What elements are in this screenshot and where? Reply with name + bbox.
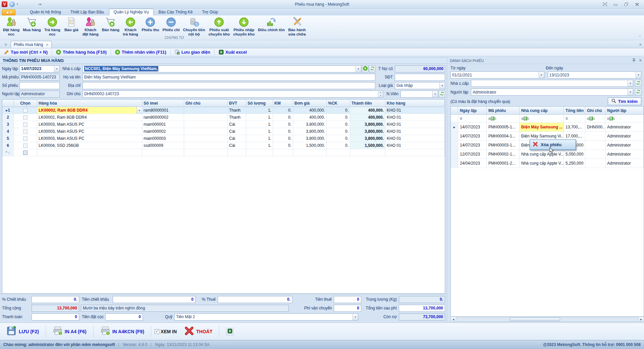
refresh-icon[interactable] [635, 80, 641, 87]
product-cell[interactable]: LK00004, SSD 256GB [39, 143, 79, 148]
row-checkbox[interactable] [23, 122, 28, 127]
warehouse-cell[interactable]: KHO 01 [385, 128, 445, 135]
dat-coc-input[interactable]: 0 [105, 313, 143, 321]
action-button[interactable]: Xuất excel [214, 49, 251, 55]
chevron-down-icon[interactable]: ▼ [353, 314, 358, 320]
voucher-row[interactable]: ▸ 14/07/2023 PMH00005-1... Điện Máy Sams… [451, 123, 644, 132]
warehouse-cell[interactable]: KHO 01 [385, 114, 445, 121]
menu-tab[interactable]: Thiết Lập Ban Đầu [66, 9, 108, 15]
row-checkbox[interactable] [23, 143, 28, 148]
voucher-total[interactable]: 5,050,000 [564, 150, 585, 159]
quy-select[interactable]: Tiền Mặt 2 ▼ [174, 313, 358, 321]
note-cell[interactable] [184, 128, 228, 135]
qty-cell[interactable]: 1. [246, 121, 273, 128]
total-cell[interactable]: 3,800,000. [350, 128, 385, 135]
pin-icon[interactable] [632, 58, 636, 63]
chevron-down-icon[interactable]: ▼ [628, 89, 633, 95]
note-cell[interactable] [184, 142, 228, 149]
ho-ten-input[interactable]: Điện Máy Samsung VietNam [83, 74, 375, 81]
product-cell[interactable]: LK00003, Main ASUS PC [39, 122, 84, 127]
qty-cell[interactable]: 1. [246, 142, 273, 149]
imei-cell[interactable]: main000001 [142, 121, 184, 128]
unit-cell[interactable]: Cái [228, 121, 246, 128]
voucher-date[interactable]: 24/04/2023 [458, 159, 487, 168]
voucher-user[interactable]: Administrator [605, 141, 644, 150]
col-tong-tien[interactable]: Tổng tiền [564, 107, 585, 115]
panel-close-icon[interactable]: ✕ [639, 58, 642, 63]
voucher-note[interactable] [585, 132, 605, 141]
context-menu-delete-item[interactable]: Xóa phiếu [541, 142, 561, 147]
col-ck[interactable]: %CK [327, 100, 350, 107]
km-cell[interactable]: 0. [273, 135, 293, 142]
col-km[interactable]: KM [273, 100, 293, 107]
filter-row[interactable]: = aBc aBc = aBc aBc [451, 115, 644, 123]
chevron-down-icon[interactable]: ▼ [439, 82, 445, 89]
total-cell[interactable]: 1,500,000. [350, 142, 385, 149]
ribbon-button[interactable]: Trả hàng ncc [43, 16, 62, 37]
restore-icon[interactable] [623, 2, 629, 7]
ck-cell[interactable]: 0. [327, 114, 350, 121]
table-row[interactable]: ▸1 LK00002, Ram 8GB DDR4▼ ram80000001 Th… [2, 107, 445, 114]
product-cell[interactable]: LK00003, Main ASUS PC [39, 136, 84, 141]
app-menu-button[interactable]: ▾ [2, 9, 15, 15]
panel-nha-ccap-input[interactable]: ▼ [471, 80, 633, 87]
voucher-date[interactable]: 14/07/2023 [458, 132, 487, 141]
voucher-user[interactable]: Administrator [605, 123, 644, 132]
voucher-date[interactable]: 12/07/2023 [458, 150, 487, 159]
nha-ccap-input[interactable]: NCC001, Điện Máy Samsung VietNam, ▼ [83, 65, 361, 72]
warehouse-cell[interactable]: KHO 01 [385, 121, 445, 128]
imei-cell[interactable]: ram80000002 [142, 114, 184, 121]
exit-button[interactable]: THOÁT [181, 325, 216, 338]
thue-input[interactable]: 0. [218, 296, 292, 303]
ck-cell[interactable]: 0. [327, 121, 350, 128]
voucher-supplier[interactable]: Nhà cung cấp Apple V... [520, 150, 564, 159]
checkbox-checked-icon[interactable]: ✓ [155, 329, 159, 334]
action-button[interactable]: Thêm nhân viên (F11) [111, 49, 170, 55]
col-ma-phieu[interactable]: Mã phiếu [487, 107, 520, 115]
new-row-checkbox[interactable] [23, 151, 28, 155]
ribbon-button[interactable]: Phiếu nhập chuyển kho [231, 16, 256, 37]
voucher-total[interactable]: 13,700,... [564, 123, 585, 132]
chevron-down-icon[interactable]: ▼ [54, 66, 59, 72]
menu-tab[interactable]: Báo Cáo Thống Kê [154, 9, 197, 15]
print-a4-button[interactable]: ? IN A4 (F6) [49, 325, 90, 338]
voucher-code[interactable]: PMH00005-1... [487, 123, 520, 132]
menu-tab[interactable]: Quản Lý Nghiệp Vụ [109, 9, 154, 15]
total-cell[interactable]: 400,000. [350, 114, 385, 121]
phi-vc-input[interactable]: 0 [334, 305, 361, 312]
km-cell[interactable]: 0. [273, 114, 293, 121]
product-cell[interactable]: LK00003, Main ASUS PC [39, 129, 84, 134]
tien-thue-input[interactable]: 0 [334, 296, 361, 303]
km-cell[interactable]: 0. [273, 121, 293, 128]
voucher-note[interactable] [585, 150, 605, 159]
product-cell[interactable]: LK00002, Ram 8GB DDR4 [39, 115, 87, 120]
add-supplier-button[interactable] [362, 65, 368, 72]
chevron-down-icon[interactable]: ▼ [432, 91, 438, 97]
tab-close-icon[interactable]: ✕ [46, 43, 48, 47]
unit-cell[interactable]: Cái [228, 142, 246, 149]
ribbon-button[interactable]: Phiếu thu [140, 16, 161, 33]
voucher-note[interactable] [585, 141, 605, 150]
voucher-user[interactable]: Administrator [605, 132, 644, 141]
voucher-user[interactable]: Administrator [605, 159, 644, 168]
qty-cell[interactable]: 1. [246, 128, 273, 135]
chevron-down-icon[interactable]: ▼ [636, 72, 641, 78]
table-row[interactable]: 3 LK00003, Main ASUS PC▼ main000001 Cái … [2, 121, 445, 128]
note-cell[interactable] [184, 114, 228, 121]
fullscreen-icon[interactable] [602, 2, 608, 7]
price-cell[interactable]: 3,800,000. [293, 121, 327, 128]
ribbon-button[interactable]: Báo giá [62, 16, 81, 33]
unit-cell[interactable]: Cái [228, 128, 246, 135]
col-nguoi-lap[interactable]: Người lập [605, 107, 644, 115]
note-cell[interactable] [184, 121, 228, 128]
new-row[interactable]: * -: [2, 149, 445, 156]
total-cell[interactable]: 400,000. [350, 107, 385, 114]
horizontal-scrollbar[interactable]: ◀ ▶ [450, 317, 644, 322]
price-cell[interactable]: 1,500,000. [293, 142, 327, 149]
excel-export-button[interactable] [226, 328, 233, 335]
panel-nguoi-lap-input[interactable]: Administrator ▼ [471, 89, 633, 96]
product-cell[interactable]: LK00002, Ram 8GB DDR4 [39, 108, 88, 113]
km-cell[interactable]: 0. [273, 128, 293, 135]
unit-cell[interactable]: Thanh [228, 114, 246, 121]
action-button[interactable]: Tạo mới (Ctrl + N) [0, 49, 52, 55]
